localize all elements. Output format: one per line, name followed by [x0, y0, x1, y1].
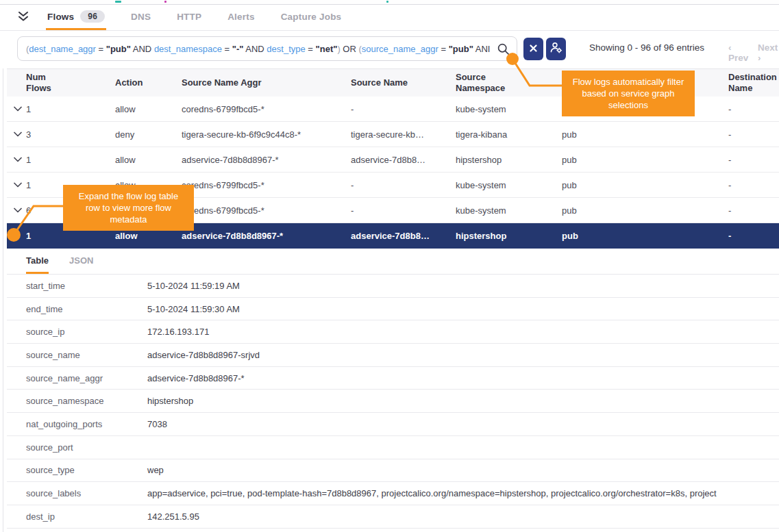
cell-source-name-aggr: coredns-6799fbcd5-* — [182, 180, 351, 190]
detail-field-key: end_time — [26, 304, 147, 314]
row-expand-chevron-icon[interactable] — [10, 106, 26, 112]
cell-dest-name-aggr: pub — [562, 155, 728, 165]
query-token: "pub" — [449, 44, 473, 54]
pagination: ‹ Prev Next › — [728, 42, 779, 63]
detail-field-row: source_ip172.16.193.171 — [7, 320, 779, 344]
cell-num-flows: 1 — [26, 155, 115, 165]
detail-field-key: dest_ip — [26, 511, 147, 522]
cell-destination-name: - — [728, 155, 779, 165]
filter-annotation-tooltip: Flow logs automatically filter based on … — [562, 71, 695, 116]
person-gear-icon — [549, 42, 562, 56]
cell-num-flows: 1 — [26, 231, 115, 241]
detail-field-row: source_namespacehipstershop — [7, 390, 779, 413]
cell-source-namespace: kube-system — [456, 205, 562, 216]
cell-action: allow — [115, 155, 182, 165]
cell-dest-name-aggr: pub — [562, 205, 728, 216]
flow-table-row[interactable]: 3denytigera-secure-kb-6f9c9c44c8-*tigera… — [7, 122, 779, 147]
cell-source-name-aggr: adservice-7d8b8d8967-* — [182, 155, 351, 165]
tab-http[interactable]: HTTP — [175, 5, 203, 30]
tab-dns[interactable]: DNS — [129, 5, 152, 30]
user-settings-button[interactable] — [546, 38, 566, 60]
detail-field-value: 172.16.193.171 — [147, 327, 209, 337]
cell-destination-name: - — [728, 104, 779, 114]
tab-capture-jobs[interactable]: Capture Jobs — [280, 5, 343, 30]
cell-source-namespace: tigera-kibana — [456, 129, 562, 140]
detail-field-key: source_name — [26, 350, 147, 360]
cell-action: allow — [115, 104, 182, 114]
column-header-action[interactable]: Action — [115, 77, 182, 88]
cell-destination-name: - — [728, 205, 779, 216]
detail-tab-table[interactable]: Table — [26, 249, 49, 274]
filter-query-text: (dest_name_aggr = "pub" AND dest_namespa… — [26, 44, 490, 54]
flow-filter-query-input[interactable]: (dest_name_aggr = "pub" AND dest_namespa… — [17, 36, 517, 61]
sliver-mark-magenta — [164, 1, 166, 3]
cell-source-name: - — [351, 205, 456, 216]
query-token: "net" — [316, 44, 338, 54]
detail-field-key: start_time — [26, 281, 147, 291]
sliver-mark-teal-1 — [115, 1, 121, 3]
query-token: = — [306, 44, 316, 54]
clear-filter-button[interactable] — [523, 38, 543, 60]
cell-destination-name: - — [728, 231, 779, 241]
cell-destination-name: - — [728, 129, 779, 140]
column-header-source-name[interactable]: Source Name — [351, 77, 456, 88]
flow-detail-fields: start_time5-10-2024 11:59:19 AMend_time5… — [7, 275, 779, 529]
row-expand-chevron-icon[interactable] — [10, 131, 26, 137]
column-header-source-name-aggr[interactable]: Source Name Aggr — [182, 77, 351, 88]
cell-source-name: adservice-7d8b8… — [351, 155, 456, 165]
next-page-button[interactable]: Next › — [758, 42, 779, 63]
cell-source-name-aggr: tigera-secure-kb-6f9c9c44c8-* — [182, 129, 351, 140]
cell-source-name: tigera-secure-kb… — [351, 129, 456, 140]
tab-flows[interactable]: Flows96 — [46, 5, 106, 30]
tab-label: Flows — [47, 12, 74, 22]
query-token: "pub" — [106, 44, 131, 54]
column-header-source-namespace[interactable]: Source Namespace — [456, 72, 562, 94]
cell-source-name: adservice-7d8b8… — [351, 231, 456, 241]
cell-dest-name-aggr: pub — [562, 129, 728, 140]
tab-label: HTTP — [177, 12, 201, 22]
query-token: OR — [341, 44, 359, 54]
detail-field-value: wep — [147, 465, 164, 475]
row-expand-chevron-icon[interactable] — [10, 207, 26, 213]
detail-field-key: nat_outgoing_ports — [26, 419, 147, 429]
tab-label: Alerts — [227, 12, 254, 22]
query-token: dest_namespace — [154, 44, 222, 54]
query-token: dest_type — [267, 44, 305, 54]
detail-tab-json[interactable]: JSON — [69, 249, 93, 274]
top-clipped-content — [0, 0, 779, 5]
cell-action: deny — [115, 129, 182, 140]
tab-bar-tabs: Flows96DNSHTTPAlertsCapture Jobs — [46, 5, 343, 30]
row-expand-chevron-icon[interactable] — [10, 157, 26, 162]
query-token: = — [222, 44, 232, 54]
prev-page-button[interactable]: ‹ Prev — [728, 42, 750, 63]
query-token: AND — [243, 44, 267, 54]
column-header-num-flows[interactable]: Num Flows — [26, 72, 115, 94]
tab-label: Capture Jobs — [281, 12, 342, 22]
cell-dest-name-aggr: pub — [562, 231, 728, 241]
detail-field-row: dest_ip142.251.5.95 — [7, 505, 779, 529]
cell-source-namespace: hipstershop — [456, 231, 562, 241]
detail-field-value: 7038 — [147, 419, 167, 429]
cell-source-name-aggr: coredns-6799fbcd5-* — [182, 104, 351, 114]
flow-table-row[interactable]: 1allowadservice-7d8b8d8967-*adservice-7d… — [7, 147, 779, 173]
search-icon[interactable] — [497, 42, 510, 58]
detail-field-row: nat_outgoing_ports7038 — [7, 413, 779, 436]
tab-label: DNS — [131, 12, 151, 22]
cell-source-name: - — [351, 180, 456, 190]
row-expand-chevron-icon[interactable] — [10, 182, 26, 188]
cell-num-flows: 1 — [26, 104, 115, 114]
close-icon — [529, 43, 538, 55]
detail-field-row: source_labelsapp=adservice, pci=true, po… — [7, 482, 779, 505]
detail-field-key: source_namespace — [26, 396, 147, 406]
detail-field-row: end_time5-10-2024 11:59:30 AM — [7, 298, 779, 321]
flow-detail-tabs: Table JSON — [7, 249, 779, 275]
tab-alerts[interactable]: Alerts — [226, 5, 256, 30]
cell-dest-name-aggr: pub — [562, 180, 728, 190]
cell-source-namespace: hipstershop — [456, 155, 562, 165]
expand-annotation-tooltip: Expand the flow log table row to view mo… — [63, 185, 194, 231]
column-header-destination-name[interactable]: Destination Name — [728, 72, 779, 94]
query-token: = — [438, 44, 449, 54]
collapse-panel-button[interactable] — [17, 5, 29, 30]
cell-source-name-aggr: coredns-6799fbcd5-* — [182, 205, 351, 216]
query-token: = — [96, 44, 106, 54]
